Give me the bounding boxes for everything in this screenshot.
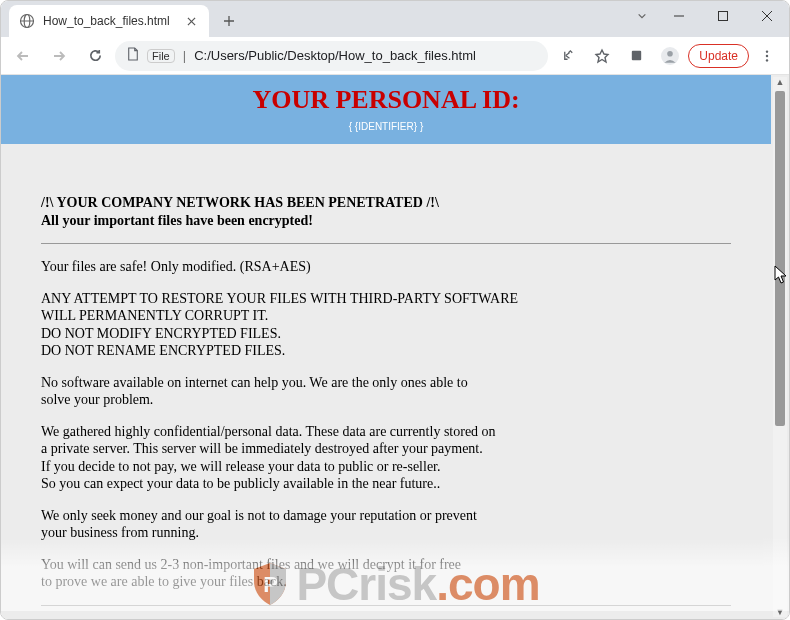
svg-point-18 <box>766 54 768 56</box>
bookmark-star-icon[interactable] <box>586 40 618 72</box>
headline-1: /!\ YOUR COMPANY NETWORK HAS BEEN PENETR… <box>41 194 731 212</box>
paragraph: ANY ATTEMPT TO RESTORE YOUR FILES WITH T… <box>41 290 521 360</box>
globe-icon <box>19 13 35 29</box>
new-tab-button[interactable] <box>215 7 243 35</box>
scroll-down-icon[interactable]: ▼ <box>773 605 787 619</box>
browser-toolbar: File | C:/Users/Public/Desktop/How_to_ba… <box>1 37 789 75</box>
svg-point-16 <box>667 50 673 56</box>
scroll-up-icon[interactable]: ▲ <box>773 75 787 89</box>
svg-marker-13 <box>596 50 608 62</box>
maximize-button[interactable] <box>701 1 745 31</box>
banner: YOUR PERSONAL ID: { {IDENTIFIER} } <box>1 75 771 144</box>
profile-avatar-icon[interactable] <box>654 40 686 72</box>
divider <box>41 605 731 606</box>
paragraph: We only seek money and our goal is not t… <box>41 507 521 542</box>
document-body: YOUR PERSONAL ID: { {IDENTIFIER} } /!\ Y… <box>1 75 771 619</box>
tab-title: How_to_back_files.html <box>43 14 175 28</box>
file-scheme-chip: File <box>147 49 175 63</box>
viewport: YOUR PERSONAL ID: { {IDENTIFIER} } /!\ Y… <box>1 75 789 619</box>
svg-point-19 <box>766 59 768 61</box>
note-text: /!\ YOUR COMPANY NETWORK HAS BEEN PENETR… <box>1 144 771 619</box>
divider <box>41 243 731 244</box>
paragraph: No software available on internet can he… <box>41 374 521 409</box>
paragraph: You will can send us 2-3 non-important f… <box>41 556 521 591</box>
page-title: YOUR PERSONAL ID: <box>1 85 771 115</box>
browser-tab[interactable]: How_to_back_files.html <box>9 5 209 37</box>
address-bar[interactable]: File | C:/Users/Public/Desktop/How_to_ba… <box>115 41 548 71</box>
chevron-down-icon[interactable] <box>627 1 657 31</box>
tab-strip: How_to_back_files.html <box>1 1 789 37</box>
back-button[interactable] <box>7 40 39 72</box>
update-button[interactable]: Update <box>688 44 749 68</box>
headline-2: All your important files have been encry… <box>41 212 731 230</box>
share-icon[interactable] <box>552 40 584 72</box>
forward-button[interactable] <box>43 40 75 72</box>
close-window-button[interactable] <box>745 1 789 31</box>
browser-window: How_to_back_files.html <box>0 0 790 620</box>
svg-rect-8 <box>719 12 728 21</box>
paragraph: We gathered highly confidential/personal… <box>41 423 521 493</box>
menu-kebab-icon[interactable] <box>751 40 783 72</box>
url-text: C:/Users/Public/Desktop/How_to_back_file… <box>194 48 476 63</box>
scrollbar-thumb[interactable] <box>775 91 785 426</box>
svg-rect-14 <box>632 51 641 60</box>
window-controls <box>627 1 789 31</box>
svg-point-17 <box>766 50 768 52</box>
file-icon <box>127 47 139 64</box>
minimize-button[interactable] <box>657 1 701 31</box>
paragraph: Your files are safe! Only modified. (RSA… <box>41 258 521 276</box>
close-icon[interactable] <box>183 13 199 29</box>
scrollbar[interactable]: ▲ ▼ <box>773 77 787 617</box>
identifier-placeholder: { {IDENTIFIER} } <box>1 121 771 132</box>
reload-button[interactable] <box>79 40 111 72</box>
extensions-icon[interactable] <box>620 40 652 72</box>
